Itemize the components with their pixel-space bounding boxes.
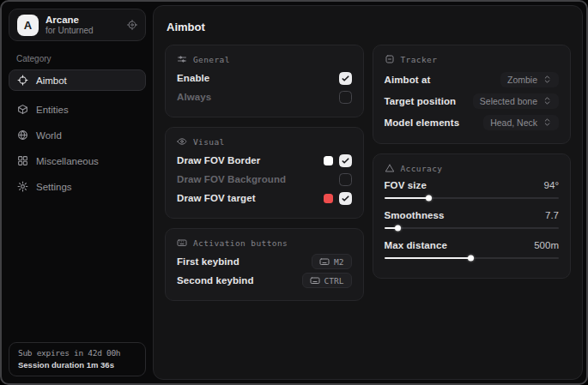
setting-row-first-keybind: First keybind M2 — [177, 252, 352, 271]
activation-card: Activation buttons First keybind M2 Seco… — [165, 228, 364, 301]
crosshair-icon — [17, 75, 28, 86]
setting-row-smoothness: Smoothness 7.7 — [385, 208, 560, 229]
app-subtitle: for Unturned — [45, 26, 94, 36]
fov-background-checkbox[interactable] — [339, 173, 352, 186]
sidebar: A Arcane for Unturned Category Aimbot En… — [2, 2, 153, 383]
setting-row-model-elements: Model elements Head, Neck — [385, 111, 560, 133]
section-title: Accuracy — [401, 164, 443, 173]
app-header: A Arcane for Unturned — [9, 9, 146, 41]
setting-row-always: Always — [177, 87, 352, 106]
chevrons-up-down-icon — [543, 117, 552, 127]
sub-expiry-text: Sub expires in 42d 00h — [18, 348, 136, 358]
fov-target-checkbox[interactable] — [339, 192, 352, 205]
keyboard-icon — [177, 238, 187, 248]
check-icon — [341, 156, 350, 165]
setting-row-max-distance: Max distance 500m — [385, 238, 560, 259]
sliders-icon — [177, 54, 187, 64]
target-position-select[interactable]: Selected bone — [473, 93, 559, 109]
sidebar-item-miscellaneous[interactable]: Miscellaneous — [9, 150, 146, 171]
sidebar-item-label: Aimbot — [36, 75, 67, 86]
setting-row-aimbot-at: Aimbot at Zombie — [385, 69, 560, 90]
keyboard-icon — [319, 256, 330, 267]
sidebar-item-label: Entities — [36, 105, 69, 115]
second-keybind-button[interactable]: CTRL — [302, 273, 352, 288]
fov-size-slider[interactable] — [385, 197, 560, 199]
globe-icon — [17, 129, 28, 141]
check-icon — [341, 194, 350, 203]
main-panel: Aimbot General Enable Alw — [153, 5, 583, 380]
section-title: Visual — [193, 137, 225, 147]
section-title: Tracker — [401, 55, 438, 64]
sidebar-item-label: World — [36, 130, 62, 141]
eye-icon — [177, 136, 187, 147]
fov-border-checkbox[interactable] — [339, 154, 352, 167]
setting-row-fov-border: Draw FOV Border — [177, 151, 352, 170]
tracker-card: Tracker Aimbot at Zombie Target position… — [373, 45, 572, 144]
fov-target-color-swatch[interactable] — [324, 194, 333, 203]
page-title: Aimbot — [167, 21, 571, 33]
grid-icon — [17, 155, 28, 166]
sidebar-item-label: Settings — [36, 182, 72, 192]
setting-row-fov-size: FOV size 94° — [385, 177, 560, 199]
subscription-status: Sub expires in 42d 00h Session duration … — [9, 342, 146, 376]
keyboard-icon — [310, 275, 320, 286]
aimbot-at-select[interactable]: Zombie — [500, 72, 559, 87]
chevrons-up-down-icon — [543, 96, 552, 105]
model-elements-select[interactable]: Head, Neck — [483, 115, 559, 130]
always-checkbox[interactable] — [339, 91, 352, 104]
max-distance-slider[interactable] — [385, 257, 560, 259]
enable-checkbox[interactable] — [339, 72, 352, 85]
sidebar-item-world[interactable]: World — [9, 124, 146, 146]
scope-icon[interactable] — [127, 20, 137, 30]
app-window: A Arcane for Unturned Category Aimbot En… — [0, 0, 588, 385]
sidebar-nav: Aimbot Entities World Miscellaneous Sett… — [9, 69, 146, 197]
section-title: Activation buttons — [193, 238, 288, 248]
slider-thumb[interactable] — [426, 196, 432, 202]
app-logo: A — [17, 15, 39, 36]
slider-thumb[interactable] — [395, 226, 401, 232]
first-keybind-button[interactable]: M2 — [312, 254, 351, 269]
sidebar-item-label: Miscellaneous — [36, 156, 99, 166]
section-title: General — [193, 55, 230, 64]
session-duration-text: Session duration 1m 36s — [18, 360, 136, 370]
sidebar-item-entities[interactable]: Entities — [9, 99, 146, 120]
max-distance-value: 500m — [534, 240, 559, 250]
triangle-icon — [385, 163, 395, 173]
sidebar-item-settings[interactable]: Settings — [9, 176, 146, 197]
visual-card: Visual Draw FOV Border Draw FOV Backgrou… — [165, 127, 364, 219]
slider-thumb[interactable] — [468, 256, 474, 262]
fov-border-color-swatch[interactable] — [324, 156, 333, 165]
general-card: General Enable Always — [165, 45, 364, 117]
app-name: Arcane — [45, 15, 94, 26]
setting-row-target-position: Target position Selected bone — [385, 90, 560, 111]
setting-row-second-keybind: Second keybind CTRL — [177, 271, 352, 290]
check-icon — [341, 74, 350, 83]
setting-row-enable: Enable — [177, 69, 352, 87]
fov-size-value: 94° — [544, 180, 559, 190]
box-icon — [17, 104, 28, 115]
accuracy-card: Accuracy FOV size 94° — [373, 153, 572, 279]
smoothness-value: 7.7 — [545, 210, 559, 220]
sidebar-item-aimbot[interactable]: Aimbot — [9, 69, 146, 91]
category-label: Category — [16, 54, 146, 63]
setting-row-fov-target: Draw FOV target — [177, 189, 352, 208]
scan-icon — [385, 54, 395, 64]
chevrons-up-down-icon — [543, 75, 552, 84]
smoothness-slider[interactable] — [385, 227, 560, 229]
gear-icon — [17, 181, 28, 192]
setting-row-fov-background: Draw FOV Background — [177, 170, 352, 189]
